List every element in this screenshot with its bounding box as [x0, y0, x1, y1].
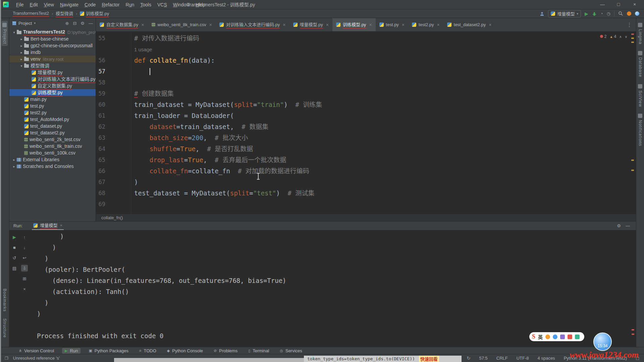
tree-item[interactable]: weibo_senti_100k.csv	[9, 149, 96, 156]
tree-item[interactable]: ▸gpt2-chinese-cluecorpussmall	[9, 42, 96, 49]
menu-code[interactable]: Code	[82, 1, 99, 8]
stripe-tab-database[interactable]: Database	[638, 51, 643, 77]
stripe-tab-structure[interactable]: Structure	[2, 318, 7, 338]
run-config-selector[interactable]: 增量模型 ▾	[548, 10, 581, 17]
tool-window-button-services[interactable]: ◎Services	[277, 348, 305, 354]
ime-toolbar[interactable]: S 英	[529, 332, 584, 341]
smiley-icon[interactable]	[545, 335, 550, 339]
tree-item[interactable]: ▸imdb	[9, 49, 96, 56]
pin-icon[interactable]: ▤	[11, 265, 18, 272]
close-icon[interactable]: ×	[60, 223, 62, 228]
debug-button[interactable]	[592, 11, 597, 16]
breadcrumb-item[interactable]: 模型微调	[56, 10, 73, 17]
blue-dot-icon[interactable]	[635, 11, 639, 16]
close-button[interactable]: ×	[627, 0, 643, 9]
menu-view[interactable]: View	[41, 1, 57, 8]
close-icon[interactable]: ×	[141, 22, 144, 27]
close-icon[interactable]: ×	[489, 22, 491, 27]
profiler-icon[interactable]: ◷	[607, 11, 610, 16]
run-tab[interactable]: 增量模型 ×	[32, 222, 64, 230]
stop-icon[interactable]: ■	[11, 244, 18, 251]
locate-icon[interactable]: ⊕	[65, 21, 69, 26]
tree-item[interactable]: test_dataset2.py	[9, 129, 96, 136]
down-stack-icon[interactable]: ↓	[21, 244, 28, 251]
tree-item[interactable]: test_AutoModel.py	[9, 116, 96, 123]
close-icon[interactable]: ×	[402, 22, 405, 27]
orange-dot-icon[interactable]	[627, 11, 631, 16]
breadcrumb-item[interactable]: TransformersTest2	[13, 11, 49, 17]
close-icon[interactable]: ×	[209, 22, 212, 27]
rerun-icon[interactable]: ▶	[11, 234, 18, 240]
close-icon[interactable]: ×	[437, 22, 440, 27]
close-icon[interactable]: ×	[283, 22, 285, 27]
menu-run[interactable]: Run	[123, 1, 138, 8]
tree-item[interactable]: ▾TransformersTest2D:\python_pro\	[9, 29, 96, 36]
console-output[interactable]: ) ) ) (pooler): BertPooler( (dense): Lin…	[30, 230, 636, 347]
floating-clock-bubble[interactable]: 15:34	[593, 333, 612, 351]
tool-window-button-problems[interactable]: ⊘Problems	[211, 348, 240, 354]
editor-tab[interactable]: weibo_senti_8k_train.csv×	[148, 18, 216, 31]
line-ending[interactable]: CRLF	[496, 356, 508, 361]
gear-icon[interactable]: ⚙	[617, 223, 621, 228]
code-editor[interactable]: 55# 对传入数据进行编码1 usage56def collate_fn(dat…	[96, 32, 636, 214]
tree-item[interactable]: 训练模型.py	[9, 89, 96, 96]
tree-item[interactable]: weibo_senti_2k_test.csv	[9, 136, 96, 143]
inspections-widget[interactable]: 2 ▲ 4 ∧ ∨	[600, 34, 627, 39]
tool-window-button-run[interactable]: ▶Run	[62, 348, 80, 354]
coverage-icon[interactable]: ◔	[600, 11, 603, 16]
menu-refactor[interactable]: Refactor	[99, 1, 123, 8]
editor-tab[interactable]: test_dataset2.py×	[443, 18, 495, 31]
close-icon[interactable]: ×	[369, 22, 372, 27]
status-message[interactable]: Unresolved reference 's'	[13, 356, 60, 361]
project-panel-title[interactable]: Project ▾	[12, 21, 36, 26]
file-encoding[interactable]: UTF-8	[517, 356, 529, 361]
tree-item[interactable]: weibo_senti_8k_train.csv	[9, 143, 96, 149]
tree-item[interactable]: ▸venvlibrary root	[9, 56, 96, 62]
search-icon[interactable]	[618, 11, 623, 16]
menu-tools[interactable]: Tools	[137, 1, 154, 8]
menu-navigate[interactable]: Navigate	[57, 1, 82, 8]
soft-wrap-icon[interactable]: ↩	[21, 254, 28, 261]
menu-file[interactable]: File	[13, 1, 27, 8]
scroll-end-icon[interactable]: ⇩	[21, 265, 28, 272]
tool-window-button-version-control[interactable]: ⋔Version Control	[16, 348, 57, 354]
minimize-button[interactable]: —	[594, 0, 610, 9]
prev-problem-icon[interactable]: ∧	[619, 35, 622, 39]
next-problem-icon[interactable]: ∨	[625, 35, 627, 39]
toolbox-icon[interactable]	[568, 335, 572, 339]
indent-style[interactable]: 4 spaces	[538, 356, 555, 361]
close-icon[interactable]: ×	[326, 22, 329, 27]
tree-item[interactable]: ▾模型微调	[9, 62, 96, 69]
breadcrumb-item[interactable]: 训练模型.py	[80, 10, 109, 17]
sogou-logo-icon[interactable]: S	[532, 333, 535, 340]
stripe-tab-bookmarks[interactable]: Bookmarks	[2, 289, 7, 312]
tool-window-button-todo[interactable]: ≡TODO	[137, 348, 159, 354]
editor-tab[interactable]: 自定义数据集.py×	[96, 18, 148, 31]
collapse-all-icon[interactable]: ⊟	[73, 21, 76, 26]
hide-panel-icon[interactable]: —	[626, 223, 630, 228]
editor-tab[interactable]: test.py×	[376, 18, 408, 31]
editor-tab[interactable]: 对训练输入文本进行编码.py×	[216, 18, 289, 31]
error-stripe[interactable]	[631, 32, 635, 214]
clear-icon[interactable]: ×	[21, 286, 28, 292]
caret-position[interactable]: 57:5	[479, 356, 487, 361]
editor-tab[interactable]: 训练模型.py×	[332, 18, 376, 31]
print-icon[interactable]: ⊞	[21, 275, 28, 282]
stripe-tab-project[interactable]: Project	[2, 21, 8, 46]
hide-panel-icon[interactable]: —	[89, 21, 93, 26]
tool-window-button-python-console[interactable]: ◆Python Console	[164, 348, 206, 354]
tab-list-icon[interactable]: ⋮	[623, 18, 636, 31]
background-tasks-icon[interactable]: ↻	[467, 356, 471, 361]
share-icon[interactable]	[540, 11, 544, 16]
tree-item[interactable]: 增量模型.py	[9, 69, 96, 76]
up-stack-icon[interactable]: ↑	[21, 234, 28, 240]
tree-item[interactable]: test2.py	[9, 109, 96, 116]
editor-tab[interactable]: test2.py×	[408, 18, 443, 31]
tree-item[interactable]: 自定义数据集.py	[9, 82, 96, 89]
gear-icon[interactable]: ⚙	[80, 21, 85, 26]
context-breadcrumb[interactable]: collate_fn()	[96, 214, 636, 221]
menu-vcs[interactable]: VCS	[154, 1, 170, 8]
tree-item[interactable]: ▸Scratches and Consoles	[9, 163, 96, 170]
tree-item[interactable]: ▸Bert-base-chinese	[9, 36, 96, 42]
keyboard-icon[interactable]	[560, 335, 565, 339]
